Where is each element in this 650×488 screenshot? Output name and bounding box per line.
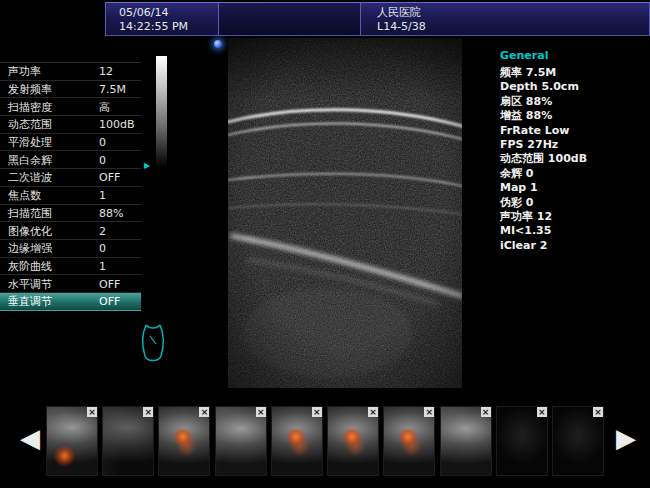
body-marker-icon (138, 322, 168, 366)
live-indicator-dot (214, 40, 222, 48)
image-info-line: 声功率 12 (500, 210, 587, 224)
close-icon[interactable]: × (424, 407, 434, 417)
image-info-line: Map 1 (500, 181, 587, 195)
thumbnail-image (272, 407, 322, 475)
parameter-menu-item[interactable]: 平滑处理 0 (0, 134, 141, 152)
preset-title: General (500, 49, 587, 63)
thumbnail[interactable]: × (102, 406, 154, 476)
parameter-value: 12 (99, 65, 113, 78)
parameter-value: OFF (99, 171, 120, 184)
thumbnail[interactable]: × (496, 406, 548, 476)
parameter-label: 声功率 (8, 64, 41, 79)
close-icon[interactable]: × (87, 407, 97, 417)
grayscale-bar (156, 56, 167, 168)
parameter-menu-item[interactable]: 垂直调节 OFF (0, 293, 141, 311)
parameter-value: 7.5M (99, 83, 126, 96)
parameter-label: 焦点数 (8, 188, 41, 203)
close-icon[interactable]: × (537, 407, 547, 417)
parameter-value: 高 (99, 99, 110, 114)
parameter-label: 灰阶曲线 (8, 258, 52, 273)
parameter-label: 边缘增强 (8, 241, 52, 256)
close-icon[interactable]: × (312, 407, 322, 417)
parameter-label: 水平调节 (8, 276, 52, 291)
thumbnail[interactable]: × (271, 406, 323, 476)
image-info-line: 余辉 0 (500, 167, 587, 181)
right-parameter-panel: General 频率 7.5M Depth 5.0cm 扇区 88% 增益 88… (500, 49, 587, 253)
thumbnail-image (159, 407, 209, 475)
parameter-menu-item[interactable]: 灰阶曲线 1 (0, 258, 141, 276)
topbar-divider (218, 3, 219, 35)
parameter-value: 88% (99, 206, 123, 219)
parameter-label: 黑白余辉 (8, 152, 52, 167)
hospital-name: 人民医院 (377, 6, 426, 20)
topbar-divider (105, 3, 106, 35)
topbar-spacer (218, 3, 360, 35)
thumbnail-image (497, 407, 547, 475)
image-info-line: FrRate Low (500, 124, 587, 138)
close-icon[interactable]: × (593, 407, 603, 417)
parameter-menu-item[interactable]: 水平调节 OFF (0, 275, 141, 293)
parameter-label: 动态范围 (8, 117, 52, 132)
parameter-label: 二次谐波 (8, 170, 52, 185)
thumbnail-image (103, 407, 153, 475)
thumbnail-strip: × × × × × (46, 406, 604, 476)
parameter-menu-item[interactable]: 声功率 12 (0, 63, 141, 81)
time-text: 14:22:55 PM (119, 20, 188, 34)
thumbnail[interactable]: × (158, 406, 210, 476)
parameter-menu-item[interactable]: 发射频率 7.5M (0, 81, 141, 99)
filmstrip-prev-button[interactable]: ◀ (20, 418, 40, 458)
parameter-value: 2 (99, 224, 106, 237)
parameter-menu-item[interactable]: 动态范围 100dB (0, 116, 141, 134)
parameter-label: 平滑处理 (8, 135, 52, 150)
close-icon[interactable]: × (199, 407, 209, 417)
thumbnail[interactable]: × (327, 406, 379, 476)
thumbnail[interactable]: × (46, 406, 98, 476)
parameter-menu-item[interactable]: 焦点数 1 (0, 187, 141, 205)
thumbnail[interactable]: × (440, 406, 492, 476)
thumbnail-image (441, 407, 491, 475)
thumbnail-image (47, 407, 97, 475)
parameter-menu-item[interactable]: 边缘增强 0 (0, 240, 141, 258)
ultrasound-app: 05/06/14 14:22:55 PM 人民医院 L14-5/38 声功率 1… (0, 0, 650, 488)
ultrasound-scan-graphic (228, 38, 462, 388)
close-icon[interactable]: × (481, 407, 491, 417)
close-icon[interactable]: × (256, 407, 266, 417)
parameter-value: OFF (99, 277, 120, 290)
close-icon[interactable]: × (143, 407, 153, 417)
parameter-value: 1 (99, 259, 106, 272)
hospital-cell: 人民医院 L14-5/38 (377, 6, 426, 34)
image-info-line: 动态范围 100dB (500, 152, 587, 166)
ultrasound-image (228, 38, 462, 388)
parameter-menu-item[interactable]: 黑白余辉 0 (0, 151, 141, 169)
image-info-line: 增益 88% (500, 109, 587, 123)
parameter-menu-item[interactable]: 图像优化 2 (0, 222, 141, 240)
parameter-value: 0 (99, 153, 106, 166)
image-info-line: MI<1.35 (500, 224, 587, 238)
parameter-menu-item[interactable]: 二次谐波 OFF (0, 169, 141, 187)
parameter-value: 0 (99, 136, 106, 149)
thumbnail-image (553, 407, 603, 475)
topbar-divider (360, 3, 361, 35)
filmstrip: ◀ × × × × (0, 400, 650, 488)
datetime-cell: 05/06/14 14:22:55 PM (119, 6, 188, 34)
filmstrip-next-button[interactable]: ▶ (616, 418, 636, 458)
parameter-label: 垂直调节 (8, 294, 52, 309)
image-info-line: 扇区 88% (500, 95, 587, 109)
image-info-line: 伪彩 0 (500, 196, 587, 210)
parameter-menu-item[interactable]: 扫描范围 88% (0, 205, 141, 223)
parameter-value: 0 (99, 242, 106, 255)
thumbnail[interactable]: × (215, 406, 267, 476)
close-icon[interactable]: × (368, 407, 378, 417)
parameter-label: 图像优化 (8, 223, 52, 238)
parameter-menu-item[interactable]: 扫描密度 高 (0, 98, 141, 116)
thumbnail-image (328, 407, 378, 475)
parameter-label: 扫描范围 (8, 205, 52, 220)
probe-model: L14-5/38 (377, 20, 426, 34)
thumbnail[interactable]: × (552, 406, 604, 476)
top-bar: 05/06/14 14:22:55 PM 人民医院 L14-5/38 (105, 2, 650, 36)
image-info-line: FPS 27Hz (500, 138, 587, 152)
thumbnail-image (216, 407, 266, 475)
image-info-line: Depth 5.0cm (500, 80, 587, 94)
thumbnail[interactable]: × (383, 406, 435, 476)
left-parameter-panel: 声功率 12 发射频率 7.5M 扫描密度 高 动态范围 100dB 平滑处理 … (0, 62, 141, 311)
